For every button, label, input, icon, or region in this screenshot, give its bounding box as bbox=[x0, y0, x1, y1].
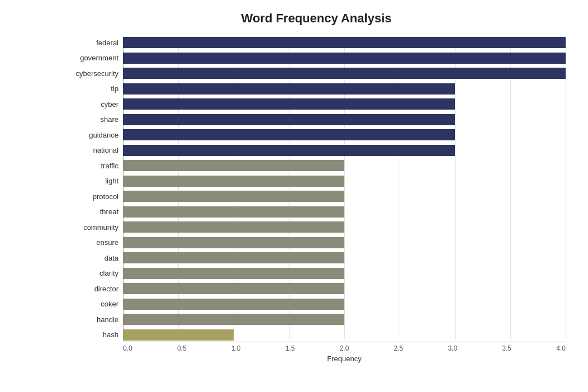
bar-row: handle bbox=[123, 314, 566, 325]
bar-label: share bbox=[67, 115, 123, 124]
bar-label: threat bbox=[67, 207, 123, 216]
bar-row: cyber bbox=[123, 98, 566, 110]
bar-row: share bbox=[123, 114, 566, 125]
x-tick-labels: 0.00.51.01.52.02.53.03.54.0 bbox=[123, 344, 566, 352]
x-axis-title: Frequency bbox=[123, 355, 566, 363]
bar-label: director bbox=[67, 285, 123, 293]
bar bbox=[123, 268, 344, 279]
bar-row: clarity bbox=[123, 268, 566, 279]
bar-row: cybersecurity bbox=[123, 68, 566, 79]
bar bbox=[123, 160, 344, 171]
x-tick-label: 1.0 bbox=[231, 344, 241, 352]
bar-row: data bbox=[123, 252, 566, 263]
bar bbox=[123, 176, 344, 187]
bar-label: hash bbox=[67, 330, 123, 339]
x-tick-label: 0.5 bbox=[177, 344, 187, 352]
bar-label: cybersecurity bbox=[67, 69, 123, 78]
bar bbox=[123, 314, 344, 325]
bar-label: protocol bbox=[67, 192, 123, 201]
bar-row: hash bbox=[123, 329, 566, 341]
bar-label: handle bbox=[67, 315, 123, 324]
bar-row: government bbox=[123, 53, 566, 64]
plot-area: federalgovernmentcybersecuritytlpcybersh… bbox=[123, 37, 566, 342]
bar-row: protocol bbox=[123, 191, 566, 202]
x-tick-label: 3.0 bbox=[448, 344, 457, 352]
bar bbox=[123, 145, 455, 156]
bar-label: data bbox=[67, 254, 123, 262]
bar bbox=[123, 98, 455, 110]
x-tick-label: 4.0 bbox=[556, 344, 566, 352]
x-axis-line bbox=[123, 342, 566, 342]
bar-row: national bbox=[123, 145, 566, 156]
bar-row: tlp bbox=[123, 83, 566, 95]
bar bbox=[123, 329, 234, 341]
bar-row: coker bbox=[123, 299, 566, 310]
bars-container: federalgovernmentcybersecuritytlpcybersh… bbox=[123, 37, 566, 341]
bar bbox=[123, 237, 344, 248]
bar bbox=[123, 206, 344, 218]
x-tick-label: 2.0 bbox=[340, 344, 349, 352]
bar bbox=[123, 283, 344, 294]
bar-label: government bbox=[67, 54, 123, 62]
chart-container: Word Frequency Analysis federalgovernmen… bbox=[0, 0, 588, 392]
bar-label: coker bbox=[67, 300, 123, 308]
bar-label: national bbox=[67, 146, 123, 154]
bar bbox=[123, 221, 344, 233]
bar bbox=[123, 68, 566, 79]
bar-row: community bbox=[123, 221, 566, 233]
bar bbox=[123, 83, 455, 95]
bar-row: light bbox=[123, 176, 566, 187]
bar-row: traffic bbox=[123, 160, 566, 171]
bar-label: federal bbox=[67, 39, 123, 47]
bar-row: guidance bbox=[123, 129, 566, 140]
bar-row: federal bbox=[123, 37, 566, 48]
bar bbox=[123, 37, 566, 48]
x-tick-label: 2.5 bbox=[394, 344, 404, 352]
bar-label: traffic bbox=[67, 162, 123, 170]
x-tick-label: 0.0 bbox=[123, 344, 132, 352]
x-tick-label: 1.5 bbox=[286, 344, 295, 352]
bar-label: tlp bbox=[67, 84, 123, 93]
bar bbox=[123, 252, 344, 263]
bar-label: guidance bbox=[67, 131, 123, 139]
bar bbox=[123, 53, 566, 64]
bar-row: director bbox=[123, 283, 566, 294]
x-tick-label: 3.5 bbox=[502, 344, 511, 352]
bar-label: community bbox=[67, 223, 123, 232]
grid-line bbox=[566, 37, 566, 339]
bar bbox=[123, 114, 455, 125]
bar bbox=[123, 299, 344, 310]
bar bbox=[123, 191, 344, 202]
bar-label: light bbox=[67, 177, 123, 185]
bar-row: threat bbox=[123, 206, 566, 218]
bar-label: cyber bbox=[67, 100, 123, 108]
chart-title: Word Frequency Analysis bbox=[67, 11, 566, 26]
bar-label: ensure bbox=[67, 238, 123, 247]
bar-row: ensure bbox=[123, 237, 566, 248]
bar-label: clarity bbox=[67, 269, 123, 277]
bar bbox=[123, 129, 455, 140]
